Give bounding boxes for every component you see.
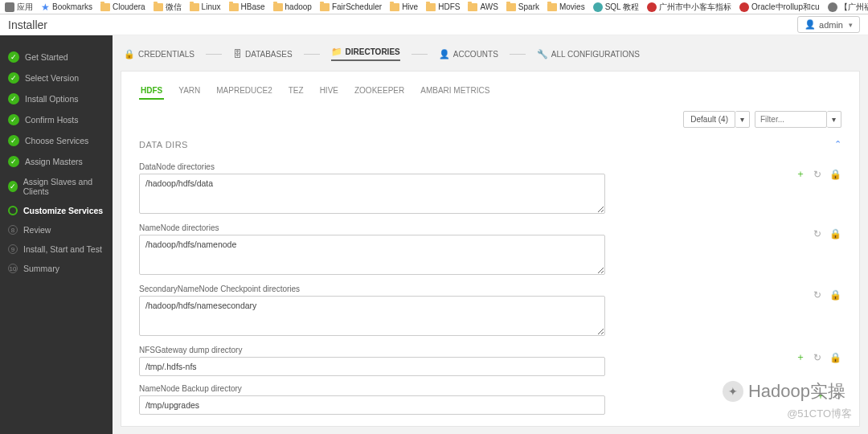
filter-caret[interactable]: ▾ [827, 111, 841, 128]
wizard-step-assign-slaves-and-clients[interactable]: ✓Assign Slaves and Clients [0, 172, 113, 201]
field-label: NFSGateway dump directory [139, 346, 783, 354]
site-icon [593, 2, 603, 12]
bookmark-item[interactable]: Cloudera [100, 2, 145, 11]
section-header: DATA DIRS ⌃ [139, 134, 841, 154]
tab-accounts[interactable]: 👤ACCOUNTS [439, 49, 498, 59]
wizard-step-assign-masters[interactable]: ✓Assign Masters [0, 151, 113, 172]
user-icon: 👤 [439, 49, 450, 59]
filter-input[interactable] [755, 111, 827, 128]
service-tabs: HDFSYARNMAPREDUCE2TEZHIVEZOOKEEPERAMBARI… [139, 83, 841, 100]
default-version-button[interactable]: Default (4) [683, 111, 735, 128]
bookmark-item[interactable]: 微信 [154, 2, 182, 13]
site-icon [828, 2, 837, 12]
service-tab-hdfs[interactable]: HDFS [139, 83, 164, 100]
bookmark-item[interactable]: SQL 教程 [593, 2, 639, 13]
default-version-caret[interactable]: ▾ [735, 111, 750, 128]
bookmark-item[interactable]: Movies [547, 2, 585, 11]
field-input[interactable] [139, 395, 605, 415]
wizard-step-choose-services[interactable]: ✓Choose Services [0, 130, 113, 151]
folder-icon [154, 3, 163, 11]
config-field: DataNode directories＋↻🔒 [139, 162, 841, 215]
bookmark-item[interactable]: 【广州福号车通网站 [828, 2, 868, 13]
folder-icon [426, 3, 436, 11]
service-tab-zookeeper[interactable]: ZOOKEEPER [353, 83, 406, 100]
bookmark-item[interactable]: HDFS [426, 2, 460, 11]
page-title: Installer [8, 18, 47, 31]
check-icon: ✓ [8, 135, 19, 146]
step-number: 10 [8, 264, 18, 273]
plus-icon[interactable]: ＋ [816, 389, 825, 403]
wizard-step-confirm-hosts[interactable]: ✓Confirm Hosts [0, 109, 113, 130]
service-tab-mapreduce2[interactable]: MAPREDUCE2 [215, 83, 273, 100]
user-icon: 👤 [805, 19, 816, 30]
refresh-icon[interactable]: ↻ [813, 228, 821, 240]
field-input[interactable] [139, 296, 605, 336]
wizard-step-install-start-and-test[interactable]: 9Install, Start and Test [0, 240, 113, 259]
check-icon: ✓ [8, 156, 19, 167]
config-field: NFSGateway dump directory＋↻🔒 [139, 346, 841, 376]
tab-all-configurations[interactable]: 🔧ALL CONFIGURATIONS [537, 49, 640, 59]
wizard-step-install-options[interactable]: ✓Install Options [0, 88, 113, 109]
wizard-step-customize-services[interactable]: Customize Services [0, 201, 113, 220]
refresh-icon[interactable]: ↻ [813, 289, 821, 301]
user-menu[interactable]: 👤 admin [797, 16, 860, 33]
field-controls: ＋↻ [816, 384, 841, 403]
tab-credentials[interactable]: 🔒CREDENTIALS [124, 49, 194, 59]
wizard-step-summary[interactable]: 10Summary [0, 259, 113, 278]
refresh-icon[interactable]: ↻ [813, 169, 821, 180]
field-label: SecondaryNameNode Checkpoint directories [139, 285, 800, 293]
folder-icon: 📁 [331, 47, 342, 57]
service-tab-yarn[interactable]: YARN [177, 83, 202, 100]
folder-icon [190, 3, 199, 11]
field-input[interactable] [139, 235, 605, 275]
check-icon: ✓ [8, 93, 19, 104]
config-panel: HDFSYARNMAPREDUCE2TEZHIVEZOOKEEPERAMBARI… [121, 71, 860, 427]
bookmark-item[interactable]: Linux [190, 2, 221, 11]
lock-icon[interactable]: 🔒 [829, 228, 841, 240]
folder-icon [547, 3, 557, 11]
check-icon: ✓ [8, 114, 19, 125]
bookmark-item[interactable]: Hive [390, 2, 418, 11]
tab-databases[interactable]: 🗄DATABASES [233, 49, 293, 59]
bookmark-item[interactable]: 广州市中小客车指标 [647, 2, 731, 13]
bookmark-item[interactable]: FairScheduler [320, 2, 382, 11]
refresh-icon[interactable]: ↻ [813, 352, 821, 363]
refresh-icon[interactable]: ↻ [833, 391, 841, 402]
check-icon: ✓ [8, 51, 19, 63]
field-input[interactable] [139, 174, 605, 214]
lock-icon[interactable]: 🔒 [829, 289, 841, 301]
bookmark-item[interactable]: HBase [229, 2, 265, 11]
star-icon: ★ [41, 2, 50, 13]
field-label: NameNode directories [139, 223, 800, 232]
apps-button[interactable]: 应用 [5, 2, 33, 13]
plus-icon[interactable]: ＋ [796, 167, 805, 181]
wizard-step-get-started[interactable]: ✓Get Started [0, 47, 113, 68]
field-label: DataNode directories [139, 162, 783, 171]
tab-directories[interactable]: 📁DIRECTORIES [331, 47, 400, 61]
lock-icon[interactable]: 🔒 [829, 169, 841, 180]
field-controls: ＋↻🔒 [796, 346, 841, 364]
collapse-icon[interactable]: ⌃ [834, 139, 842, 149]
bookmarks-folder[interactable]: ★Bookmarks [41, 2, 92, 13]
service-tab-tez[interactable]: TEZ [287, 83, 305, 100]
check-icon: ✓ [8, 181, 18, 192]
lock-icon: 🔒 [124, 49, 135, 59]
wizard-step-review[interactable]: 8Review [0, 220, 113, 240]
bookmark-item[interactable]: hadoop [273, 2, 312, 11]
service-tab-hive[interactable]: HIVE [318, 83, 340, 100]
site-icon [739, 2, 749, 12]
bookmark-item[interactable]: Oracle中rollup和cu [739, 2, 819, 13]
folder-icon [273, 3, 283, 11]
config-field: NameNode Backup directory＋↻ [139, 384, 841, 415]
lock-icon[interactable]: 🔒 [829, 352, 841, 363]
plus-icon[interactable]: ＋ [796, 350, 805, 364]
bookmark-item[interactable]: Spark [506, 2, 539, 11]
wizard-tabs: 🔒CREDENTIALS 🗄DATABASES 📁DIRECTORIES 👤AC… [121, 42, 860, 66]
field-controls: ↻🔒 [813, 285, 841, 301]
bookmark-item[interactable]: AWS [468, 2, 497, 11]
folder-icon [100, 3, 110, 11]
service-tab-ambari metrics[interactable]: AMBARI METRICS [419, 83, 491, 100]
folder-icon [320, 3, 330, 11]
field-input[interactable] [139, 357, 605, 376]
wizard-step-select-version[interactable]: ✓Select Version [0, 68, 113, 88]
